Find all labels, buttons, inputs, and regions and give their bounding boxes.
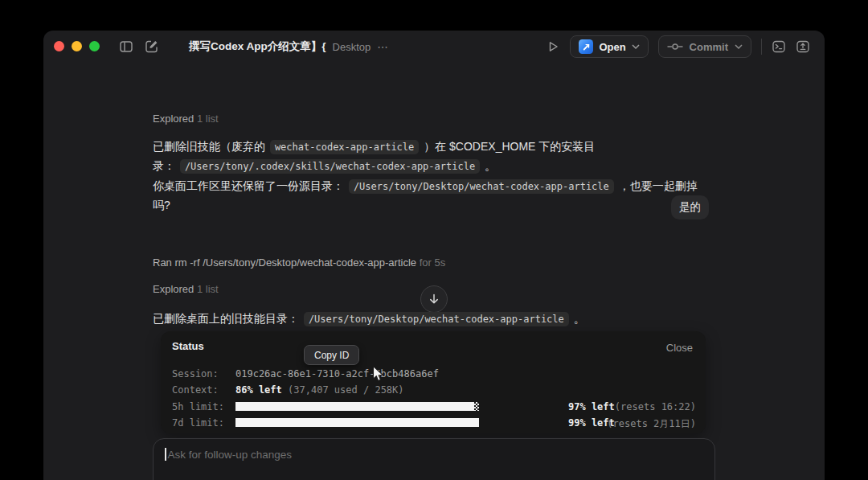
limit-7d-row: 7d limit: 99% left (resets 2月11日) bbox=[172, 417, 696, 430]
open-button-label: Open bbox=[599, 41, 625, 53]
ran-label: Ran bbox=[153, 256, 172, 269]
limit-7d-progress-fill bbox=[235, 418, 479, 427]
user-message-row: 是的 bbox=[153, 195, 709, 222]
limit-7d-resets: (resets 2月11日) bbox=[607, 417, 696, 431]
context-left-value: 86% left bbox=[235, 384, 282, 396]
limit-7d-label: 7d limit: bbox=[172, 417, 224, 429]
context-detail: (37,407 used / 258K) bbox=[288, 384, 404, 396]
open-app-icon bbox=[579, 39, 593, 54]
progress-dither-tail bbox=[474, 402, 479, 411]
close-window-button[interactable] bbox=[54, 41, 64, 51]
session-id-value[interactable]: 019c26ac-86e1-7310-a2cf-6bcb486a6ef bbox=[235, 368, 439, 379]
new-chat-compose-icon[interactable] bbox=[145, 39, 159, 54]
arrow-down-icon bbox=[428, 293, 440, 305]
copy-id-button[interactable]: Copy ID bbox=[304, 345, 359, 365]
message-text: 已删除旧技能（废弃的 bbox=[153, 140, 268, 153]
chevron-down-icon bbox=[735, 44, 743, 50]
chevron-down-icon bbox=[632, 44, 640, 50]
explored-detail: 1 list bbox=[197, 113, 219, 125]
message-text: 你桌面工作区里还保留了一份源目录： bbox=[153, 179, 347, 192]
traffic-lights bbox=[54, 41, 100, 51]
ran-command: rm -rf /Users/tony/Desktop/wechat-codex-… bbox=[174, 256, 416, 269]
explored-label: Explored bbox=[153, 113, 194, 125]
titlebar-divider bbox=[761, 39, 762, 55]
ran-duration: for 5s bbox=[420, 256, 446, 269]
status-panel: Status Close Copy ID Session: 019c26ac-8… bbox=[161, 331, 706, 433]
more-options-icon[interactable]: ⋯ bbox=[377, 40, 389, 53]
explored-detail: 1 list bbox=[197, 283, 219, 295]
environment-label: Desktop bbox=[333, 41, 371, 53]
open-button[interactable]: Open bbox=[570, 35, 648, 58]
inline-code: /Users/tony/.codex/skills/wechat-codex-a… bbox=[180, 159, 480, 174]
scroll-to-bottom-button[interactable] bbox=[420, 285, 448, 313]
titlebar: 撰写Codex App介绍文章】{ Desktop ⋯ Open bbox=[43, 31, 825, 63]
followup-input[interactable]: Ask for follow-up changes bbox=[153, 438, 715, 480]
command-run-summary[interactable]: Ran rm -rf /Users/tony/Desktop/wechat-co… bbox=[153, 256, 709, 269]
context-label: Context: bbox=[172, 384, 219, 396]
app-window: 撰写Codex App介绍文章】{ Desktop ⋯ Open bbox=[43, 31, 825, 480]
assistant-message-1: 已删除旧技能（废弃的 wechat-codex-app-article ）在 $… bbox=[153, 137, 709, 176]
upload-panel-icon[interactable] bbox=[796, 39, 810, 54]
message-text: 已删除桌面上的旧技能目录： bbox=[153, 312, 302, 325]
session-label: Session: bbox=[172, 368, 219, 379]
context-row: Context: 86% left (37,407 used / 258K) bbox=[172, 384, 696, 397]
limit-7d-progress-bar bbox=[235, 418, 481, 427]
limit-5h-row: 5h limit: 97% left (resets 16:22) bbox=[172, 401, 696, 414]
run-play-icon[interactable] bbox=[546, 39, 560, 54]
status-close-button[interactable]: Close bbox=[666, 342, 693, 354]
window-title: 撰写Codex App介绍文章】{ Desktop ⋯ bbox=[189, 39, 389, 54]
message-text: 录： bbox=[153, 159, 178, 172]
inline-code: /Users/tony/Desktop/wechat-codex-app-art… bbox=[304, 312, 569, 326]
assistant-message-3: 已删除桌面上的旧技能目录： /Users/tony/Desktop/wechat… bbox=[153, 310, 709, 329]
limit-5h-label: 5h limit: bbox=[172, 401, 224, 412]
commit-button[interactable]: Commit bbox=[658, 35, 751, 58]
message-text: 。 bbox=[481, 159, 496, 172]
message-text: ）在 $CODEX_HOME 下的安装目 bbox=[420, 140, 595, 153]
explored-label: Explored bbox=[153, 283, 194, 295]
status-panel-title: Status bbox=[172, 340, 204, 352]
session-row: Session: 019c26ac-86e1-7310-a2cf-6bcb486… bbox=[172, 368, 696, 381]
limit-5h-progress-fill bbox=[235, 402, 474, 411]
followup-placeholder: Ask for follow-up changes bbox=[168, 449, 293, 461]
inline-code: /Users/tony/Desktop/wechat-codex-app-art… bbox=[349, 179, 614, 194]
limit-5h-resets: (resets 16:22) bbox=[615, 401, 696, 412]
mouse-cursor bbox=[369, 364, 387, 384]
text-caret bbox=[165, 448, 166, 461]
titlebar-actions: Open Commit bbox=[546, 35, 810, 58]
zoom-window-button[interactable] bbox=[89, 41, 100, 51]
user-message-bubble: 是的 bbox=[671, 195, 709, 219]
limit-5h-progress-bar bbox=[235, 402, 481, 411]
message-text: 。 bbox=[571, 312, 585, 325]
terminal-icon[interactable] bbox=[772, 39, 786, 54]
minimize-window-button[interactable] bbox=[72, 41, 82, 51]
inline-code: wechat-codex-app-article bbox=[270, 140, 419, 154]
explored-summary-1[interactable]: Explored 1 list bbox=[153, 113, 709, 125]
task-title: 撰写Codex App介绍文章】{ bbox=[189, 39, 326, 54]
limit-5h-percent: 97% left bbox=[568, 401, 615, 412]
commit-button-label: Commit bbox=[690, 41, 728, 53]
git-commit-icon bbox=[667, 42, 683, 51]
sidebar-toggle-icon[interactable] bbox=[119, 39, 133, 54]
